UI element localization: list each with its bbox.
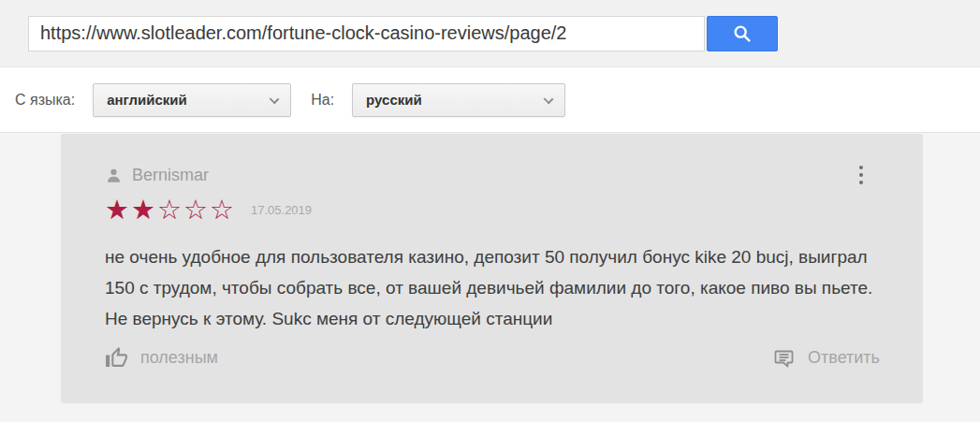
from-language-select[interactable]: английский [93, 83, 291, 117]
search-button[interactable] [707, 16, 778, 51]
star-empty-icon: ☆ [210, 195, 236, 225]
chevron-down-icon [544, 94, 554, 104]
helpful-label: полезным [140, 348, 218, 368]
review-header: Bernismar [105, 165, 880, 185]
to-language-label: На: [311, 92, 334, 109]
url-input[interactable] [28, 16, 705, 51]
reply-label: Ответить [808, 348, 880, 368]
kebab-dot [859, 173, 863, 177]
kebab-menu-button[interactable] [854, 164, 869, 186]
chevron-down-icon [270, 94, 280, 104]
review-date: 17.05.2019 [251, 203, 312, 217]
review-author: Bernismar [132, 166, 209, 185]
from-language-value: английский [107, 92, 187, 108]
rating-row: ★★☆☆☆ 17.05.2019 [105, 194, 880, 226]
content-area: Bernismar ★★☆☆☆ 17.05.2019 не очень удоб… [0, 133, 980, 422]
user-icon [105, 167, 123, 184]
star-rating: ★★☆☆☆ [105, 194, 236, 226]
review-text: не очень удобное для пользователя казино… [105, 241, 880, 334]
review-author-block: Bernismar [105, 166, 209, 185]
from-language-label: С языка: [15, 92, 75, 109]
star-empty-icon: ☆ [157, 195, 183, 225]
kebab-dot [859, 166, 863, 169]
review-footer: полезным Ответить [105, 346, 880, 370]
url-toolbar [0, 0, 980, 67]
to-language-value: русский [366, 92, 422, 108]
thumb-up-icon [105, 346, 128, 370]
reply-button[interactable]: Ответить [773, 347, 880, 370]
review-card: Bernismar ★★☆☆☆ 17.05.2019 не очень удоб… [61, 134, 923, 403]
star-empty-icon: ☆ [183, 195, 210, 225]
search-icon [732, 23, 753, 44]
kebab-dot [859, 181, 863, 184]
reply-comment-icon [773, 347, 796, 370]
helpful-button[interactable]: полезным [105, 346, 218, 370]
star-filled-icon: ★ [131, 195, 157, 225]
language-bar: С языка: английский На: русский [0, 67, 980, 133]
star-filled-icon: ★ [105, 195, 131, 225]
to-language-select[interactable]: русский [352, 83, 565, 117]
